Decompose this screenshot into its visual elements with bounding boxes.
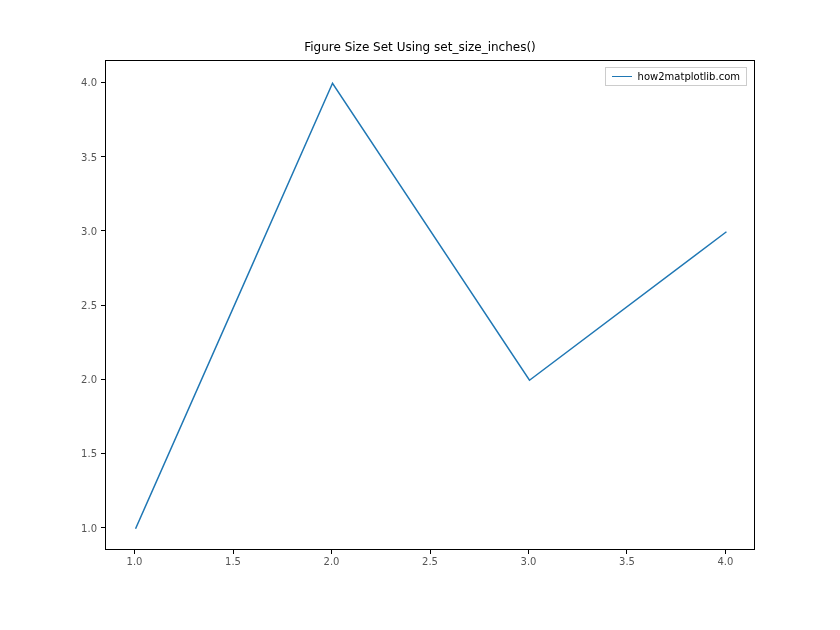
y-tick-mark (101, 379, 105, 380)
y-tick-mark (101, 305, 105, 306)
y-tick-label: 2.0 (81, 374, 97, 385)
y-tick-label: 3.5 (81, 151, 97, 162)
y-tick-mark (101, 453, 105, 454)
y-tick-label: 4.0 (81, 77, 97, 88)
y-tick-label: 3.0 (81, 225, 97, 236)
y-tick-label: 2.5 (81, 300, 97, 311)
chart-title: Figure Size Set Using set_size_inches() (304, 40, 536, 54)
x-tick-label: 2.0 (324, 556, 340, 567)
y-tick-label: 1.0 (81, 522, 97, 533)
y-tick-mark (101, 82, 105, 83)
x-tick-mark (233, 550, 234, 554)
line-series (106, 61, 754, 549)
legend: how2matplotlib.com (605, 67, 747, 86)
x-tick-mark (134, 550, 135, 554)
x-tick-mark (626, 550, 627, 554)
x-tick-label: 1.5 (225, 556, 241, 567)
x-tick-label: 3.0 (521, 556, 537, 567)
x-tick-label: 1.0 (127, 556, 143, 567)
x-tick-label: 3.5 (619, 556, 635, 567)
x-tick-label: 4.0 (718, 556, 734, 567)
y-tick-label: 1.5 (81, 448, 97, 459)
y-tick-mark (101, 527, 105, 528)
x-tick-label: 2.5 (422, 556, 438, 567)
x-tick-mark (331, 550, 332, 554)
plot-area: how2matplotlib.com (105, 60, 755, 550)
y-tick-mark (101, 156, 105, 157)
y-tick-mark (101, 230, 105, 231)
legend-label: how2matplotlib.com (638, 71, 740, 82)
legend-swatch (612, 76, 632, 78)
x-tick-mark (528, 550, 529, 554)
x-tick-mark (725, 550, 726, 554)
x-tick-mark (430, 550, 431, 554)
